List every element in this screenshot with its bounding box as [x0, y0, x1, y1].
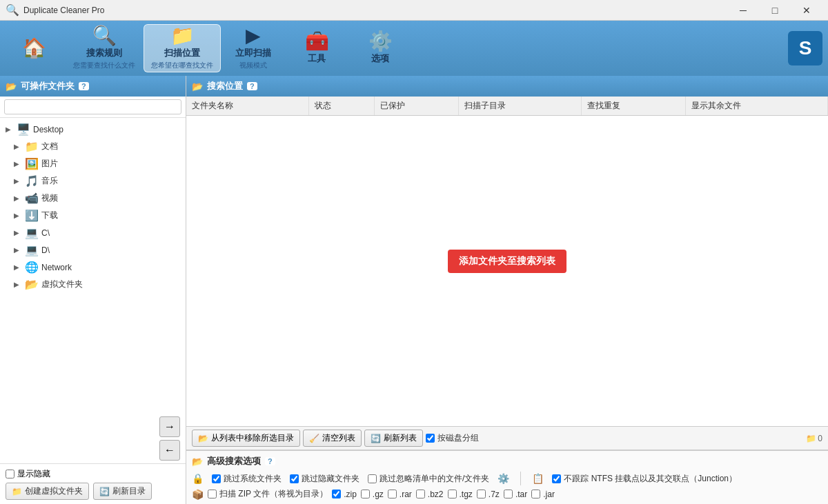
search-input[interactable]	[4, 99, 181, 114]
zip-ext-gz-label: .gz	[373, 490, 384, 499]
advanced-help[interactable]: ?	[265, 457, 275, 465]
skip-ignored-files-checkbox[interactable]	[368, 474, 377, 483]
refresh-list-button[interactable]: 🔄 刷新列表	[364, 430, 423, 447]
app-title: Duplicate Cleaner Pro	[23, 6, 104, 15]
tree-item-desktop[interactable]: ▶ 🖥️ Desktop	[0, 121, 186, 138]
zip-icon: 📦	[192, 489, 204, 500]
search-rules-icon: 🔍	[92, 26, 117, 46]
col-status: 状态	[308, 97, 374, 116]
refresh-tree-button[interactable]: 🔄 刷新目录	[93, 483, 152, 500]
clear-list-icon: 🧹	[309, 434, 319, 443]
start-scan-button[interactable]: ▶ 立即扫描 视频模式	[222, 24, 284, 72]
col-protected: 已保护	[374, 97, 459, 116]
home-button[interactable]: 🏠	[3, 24, 65, 72]
tree-item-virtual[interactable]: ▶ 📂 虚拟文件夹	[0, 276, 186, 293]
remove-selected-button[interactable]: 📂 从列表中移除所选目录	[192, 430, 300, 447]
zip-ext-bz2-checkbox[interactable]	[416, 490, 425, 498]
minimize-button[interactable]: ─	[727, 0, 759, 21]
tree-item-videos[interactable]: ▶ 📹 视频	[0, 190, 186, 207]
folder-table: 文件夹名称 状态 已保护 扫描子目录 查找重复 显示其余文件	[186, 97, 828, 116]
tree-item-pictures[interactable]: ▶ 🖼️ 图片	[0, 155, 186, 172]
remove-from-right-button[interactable]: ←	[159, 440, 180, 461]
add-to-right-button[interactable]: →	[159, 416, 180, 437]
tree-item-network[interactable]: ▶ 🌐 Network	[0, 259, 186, 276]
options-button[interactable]: ⚙️ 选项	[349, 24, 411, 72]
zip-row: 📦 扫描 ZIP 文件（将视为目录） .zip .gz .rar	[192, 488, 822, 500]
tools-button[interactable]: 🧰 工具	[286, 24, 348, 72]
skip-hidden-folders-checkbox[interactable]	[290, 474, 299, 483]
right-panel-title: 搜索位置	[207, 80, 243, 92]
refresh-list-label: 刷新列表	[384, 432, 417, 444]
tree-arrow-videos: ▶	[14, 194, 22, 202]
zip-ext-jar: .jar	[531, 490, 555, 499]
advanced-header: 📂 高级搜索选项 ?	[192, 455, 822, 467]
clear-list-button[interactable]: 🧹 清空列表	[303, 430, 362, 447]
left-panel-help[interactable]: ?	[79, 82, 89, 90]
downloads-icon: ⬇️	[25, 209, 39, 222]
zip-ext-rar-checkbox[interactable]	[388, 490, 397, 498]
network-icon: 🌐	[25, 261, 39, 274]
zip-ext-rar: .rar	[388, 490, 412, 499]
app-icon: 🔍	[6, 3, 19, 17]
zip-ext-gz-checkbox[interactable]	[361, 490, 370, 498]
scan-location-button[interactable]: 📁 扫描位置 您希望在哪查找文件	[144, 24, 221, 72]
skip-system-folders: 跳过系统文件夹	[212, 473, 282, 485]
skip-system-folders-checkbox[interactable]	[212, 474, 221, 483]
tree-arrow-docs: ▶	[14, 143, 22, 150]
scan-location-sub: 您希望在哪查找文件	[151, 61, 213, 70]
zip-ext-zip-checkbox[interactable]	[332, 490, 341, 498]
zip-ext-tar-checkbox[interactable]	[504, 490, 513, 498]
no-ntfs-junctions-checkbox[interactable]	[552, 474, 561, 483]
tree-item-music[interactable]: ▶ 🎵 音乐	[0, 172, 186, 190]
zip-ext-tgz-label: .tgz	[460, 490, 473, 499]
options-icon: ⚙️	[368, 32, 393, 51]
show-hidden-checkbox[interactable]	[6, 470, 14, 478]
music-label: 音乐	[41, 175, 58, 187]
show-hidden-row: 显示隐藏	[6, 468, 180, 480]
titlebar: 🔍 Duplicate Cleaner Pro ─ □ ✕	[0, 0, 828, 21]
desktop-icon: 🖥️	[17, 123, 30, 136]
col-find-dup: 查找重复	[582, 97, 685, 116]
advanced-header-icon: 📂	[192, 456, 203, 467]
downloads-label: 下载	[41, 210, 58, 221]
virtual-folder-icon: 📂	[25, 278, 39, 291]
zip-ext-7z-label: .7z	[489, 490, 500, 499]
tree-arrow-music: ▶	[14, 177, 22, 185]
search-rules-button[interactable]: 🔍 搜索规则 您需要查找什么文件	[66, 24, 142, 72]
zip-ext-zip-label: .zip	[344, 490, 357, 499]
tree-item-c[interactable]: ▶ 💻 C\	[0, 224, 186, 241]
toolbar: 🏠 🔍 搜索规则 您需要查找什么文件 📁 扫描位置 您希望在哪查找文件 ▶ 立即…	[0, 21, 828, 76]
tree-item-d[interactable]: ▶ 💻 D\	[0, 241, 186, 259]
zip-ext-rar-label: .rar	[400, 490, 412, 499]
tools-icon: 🧰	[305, 32, 329, 51]
scan-zip-checkbox[interactable]	[208, 490, 217, 498]
maximize-button[interactable]: □	[759, 0, 791, 21]
right-panel-header: 📂 搜索位置 ?	[186, 76, 828, 97]
folder-table-container: 文件夹名称 状态 已保护 扫描子目录 查找重复 显示其余文件 添加文件夹至搜索列…	[186, 97, 828, 426]
pictures-icon: 🖼️	[25, 157, 39, 170]
zip-ext-jar-checkbox[interactable]	[531, 490, 540, 498]
tree-item-docs[interactable]: ▶ 📁 文档	[0, 138, 186, 155]
zip-ext-jar-label: .jar	[543, 490, 555, 499]
docs-label: 文档	[41, 141, 58, 152]
folder-count: 0	[818, 434, 822, 443]
skip-hidden-folders: 跳过隐藏文件夹	[290, 473, 359, 485]
zip-ext-tgz-checkbox[interactable]	[448, 490, 457, 498]
right-panel-help[interactable]: ?	[247, 82, 257, 90]
add-folder-hint[interactable]: 添加文件夹至搜索列表	[448, 250, 566, 273]
zip-ext-7z-checkbox[interactable]	[477, 490, 486, 498]
left-panel-title: 可操作文件夹	[21, 80, 75, 92]
group-by-disk-row: 按磁盘分组	[426, 432, 479, 444]
scan-zip-files: 扫描 ZIP 文件（将视为目录）	[208, 488, 328, 500]
titlebar-left: 🔍 Duplicate Cleaner Pro	[6, 3, 104, 17]
skip-ignored-files-label: 跳过忽略清单中的文件/文件夹	[379, 473, 489, 485]
zip-ext-tar: .tar	[504, 490, 527, 499]
create-virtual-button[interactable]: 📁 创建虚拟文件夹	[6, 483, 89, 500]
tree-item-downloads[interactable]: ▶ ⬇️ 下载	[0, 207, 186, 224]
advanced-section: 📂 高级搜索选项 ? 🔒 跳过系统文件夹 跳过隐藏文件夹 跳过忽略清单中的文件/…	[186, 450, 828, 504]
close-button[interactable]: ✕	[791, 0, 822, 21]
scan-location-label: 扫描位置	[164, 47, 200, 59]
group-by-disk-checkbox[interactable]	[426, 434, 435, 443]
folder-count-icon: 📁	[806, 434, 816, 443]
search-rules-label: 搜索规则	[86, 47, 122, 59]
